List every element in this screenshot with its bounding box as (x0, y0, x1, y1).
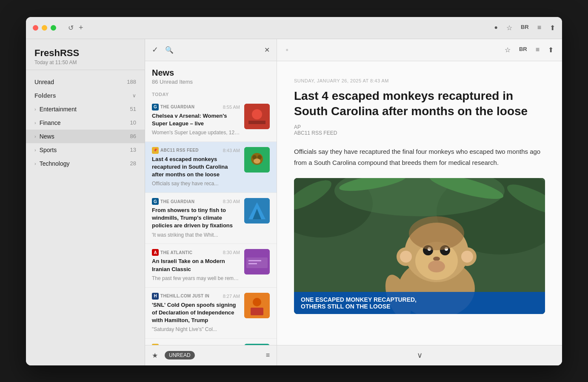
feed-bottom-bar: ★ UNREAD ≡ (145, 345, 277, 365)
close-feed-icon[interactable]: ✕ (264, 46, 270, 54)
folder-count-news: 86 (130, 133, 136, 139)
feed-item-time: 8:55 AM (223, 105, 240, 110)
sidebar-item-technology[interactable]: › Technology 28 (26, 157, 145, 170)
search-icon[interactable]: 🔍 (165, 46, 174, 54)
star-icon[interactable]: ☆ (506, 24, 512, 32)
refresh-icon[interactable]: ↺ (68, 24, 74, 32)
feed-item-preview: Officials say they have reca... (152, 180, 240, 187)
app-subtitle: Today at 11:50 AM (34, 59, 136, 65)
svg-point-42 (433, 257, 440, 261)
close-button[interactable] (33, 25, 38, 31)
folder-count-technology: 28 (130, 160, 136, 167)
chevron-icon: › (34, 161, 36, 166)
star-article-icon[interactable]: ☆ (505, 46, 511, 54)
sidebar-item-unread[interactable]: Unread 188 (26, 75, 145, 89)
folders-chevron-icon[interactable]: ∨ (132, 93, 136, 99)
status-dot-article-icon: ● (285, 47, 288, 53)
sidebar-item-entertainment[interactable]: › Entertainment 51 (26, 102, 145, 116)
chevron-icon: › (34, 107, 36, 112)
svg-point-7 (254, 158, 260, 164)
feed-item-title: Chelsea v Arsenal: Women's Super League … (152, 112, 240, 127)
share-icon[interactable]: ⬆ (550, 24, 555, 32)
feed-item-monkeys[interactable]: 📌 ABC11 RSS FEED 8:43 AM Last 4 escaped … (145, 142, 277, 193)
sidebar-item-finance[interactable]: › Finance 10 (26, 116, 145, 130)
feed-item-title: An Israeli Take on a Modern Iranian Clas… (152, 257, 240, 273)
titlebar-right-icons: ● ☆ BR ≡ ⬆ (494, 24, 555, 32)
add-tab-icon[interactable]: + (79, 23, 83, 32)
status-dot-icon: ● (494, 24, 497, 32)
feed-item-iranian[interactable]: A THE ATLANTIC 8:30 AM An Israeli Take o… (145, 244, 277, 287)
feed-title: News (152, 68, 270, 78)
menu-icon[interactable]: ≡ (537, 24, 541, 32)
article-content: Sunday, January 26, 2025 at 8:43 AM Last… (277, 61, 562, 345)
sidebar-item-sports[interactable]: › Sports 13 (26, 143, 145, 157)
source-icon-guardian: G (152, 198, 159, 205)
folder-count-finance: 10 (130, 119, 136, 126)
svg-rect-12 (246, 257, 268, 268)
user-initials-article[interactable]: BR (519, 46, 527, 54)
feed-item-thumbnail (244, 104, 270, 129)
sidebar: FreshRSS Today at 11:50 AM Unread 188 Fo… (26, 39, 145, 365)
article-header-bar: ● ☆ BR ≡ ⬆ (277, 39, 562, 61)
feed-item-thumbnail (244, 293, 270, 318)
scroll-down-icon[interactable]: ∨ (417, 351, 422, 360)
folder-name-technology: Technology (40, 160, 130, 167)
feed-title-section: News 86 Unread Items (145, 61, 277, 88)
feed-item-title: Last 4 escaped monkeys recaptured in Sou… (152, 156, 240, 179)
share-article-icon[interactable]: ⬆ (548, 46, 554, 54)
feed-item-nc-supreme[interactable]: 📌 ABC11 RSS FEED 8:08 AM 4th Circuit wil… (145, 339, 277, 345)
svg-rect-2 (248, 121, 265, 124)
folder-count-entertainment: 51 (130, 106, 136, 112)
unread-filter-badge[interactable]: UNREAD (165, 351, 195, 359)
minimize-button[interactable] (42, 25, 47, 31)
feed-subtitle: 86 Unread Items (152, 79, 270, 85)
folders-label: Folders (34, 92, 132, 99)
svg-rect-13 (248, 260, 261, 261)
feed-item-snl[interactable]: H THEHILL.COM JUST IN 8:27 AM 'SNL' Cold… (145, 288, 277, 339)
svg-point-35 (400, 251, 412, 263)
feed-item-preview: "Saturday Night Live's" Col... (152, 326, 240, 333)
feed-item-source: THE GUARDIAN (160, 199, 194, 204)
sidebar-item-news[interactable]: › News 86 (26, 130, 145, 143)
article-date: Sunday, January 26, 2025 at 8:43 AM (294, 78, 545, 83)
feed-item-preview: 'It was striking that the Whit... (152, 232, 240, 239)
feed-items-list: G THE GUARDIAN 8:55 AM Chelsea v Arsenal… (145, 99, 277, 345)
menu-article-icon[interactable]: ≡ (536, 46, 539, 54)
article-header-icons: ☆ BR ≡ ⬆ (505, 46, 554, 54)
svg-point-43 (428, 260, 445, 272)
feed-item-time: 8:43 AM (223, 148, 240, 153)
folder-count-sports: 13 (130, 147, 136, 153)
feed-item-source: THEHILL.COM JUST IN (160, 294, 209, 298)
article-source: AP ABC11 RSS FEED (294, 124, 545, 136)
traffic-lights (33, 25, 56, 31)
feed-item-time: 8:30 AM (223, 250, 240, 255)
source-icon-abc: 📌 (152, 147, 159, 154)
filter-icon[interactable]: ≡ (266, 351, 270, 359)
mark-read-icon[interactable]: ✓ (152, 45, 158, 54)
feed-item-title: From showers to tiny fish to windmills, … (152, 207, 240, 230)
feed-item-time: 8:27 AM (223, 294, 240, 299)
article-footer: ∨ (277, 345, 562, 365)
main-content: FreshRSS Today at 11:50 AM Unread 188 Fo… (26, 39, 562, 365)
chevron-icon: › (34, 147, 36, 153)
feed-item-title: 'SNL' Cold Open spoofs signing of Declar… (152, 301, 240, 325)
svg-point-45 (409, 216, 464, 250)
sidebar-header: FreshRSS Today at 11:50 AM (26, 39, 145, 70)
feed-item-thumbnail (244, 198, 270, 224)
bookmark-icon[interactable]: ★ (152, 351, 158, 359)
source-icon-guardian: G (152, 104, 159, 110)
folder-name-news: News (40, 133, 130, 140)
svg-rect-17 (251, 308, 263, 315)
chevron-icon: › (34, 134, 36, 139)
source-icon-thehill: H (152, 293, 159, 300)
feed-item-chelsea[interactable]: G THE GUARDIAN 8:55 AM Chelsea v Arsenal… (145, 99, 277, 142)
feed-item-trump-climate[interactable]: G THE GUARDIAN 8:30 AM From showers to t… (145, 193, 277, 244)
user-initials[interactable]: BR (521, 24, 529, 32)
app-title: FreshRSS (34, 48, 136, 59)
feed-item-preview: Women's Super League updates, 12.30pm GM… (152, 129, 240, 136)
maximize-button[interactable] (51, 25, 56, 31)
article-title: Last 4 escaped monkeys recaptured in Sou… (294, 88, 545, 119)
feed-item-source: ABC11 RSS FEED (160, 148, 199, 153)
titlebar: ↺ + ● ☆ BR ≡ ⬆ (26, 17, 562, 39)
unread-label: Unread (34, 79, 127, 85)
